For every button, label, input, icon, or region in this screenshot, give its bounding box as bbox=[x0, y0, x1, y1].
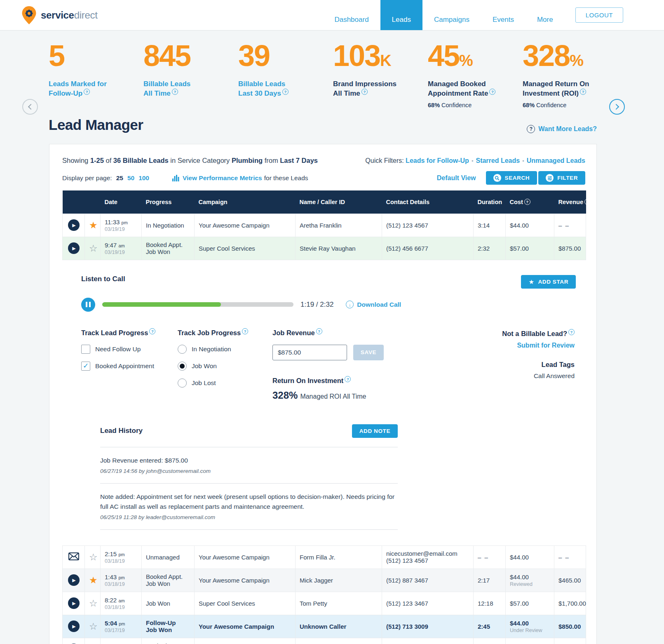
logout-button[interactable]: LOGOUT bbox=[575, 7, 623, 23]
email-icon[interactable] bbox=[68, 552, 79, 560]
nav-item-more[interactable]: More bbox=[526, 0, 565, 30]
table-row[interactable]: ▶ ☆ 8:22 am03/18/19 Job Won Super Cool S… bbox=[63, 592, 586, 615]
filter-leads-for-followup[interactable]: Leads for Follow-Up bbox=[406, 157, 469, 164]
play-call-button[interactable]: ▶ bbox=[68, 597, 80, 609]
main-nav: Dashboard Leads Campaigns Events More bbox=[323, 0, 564, 30]
submit-for-review-link[interactable]: Submit for Review bbox=[502, 342, 575, 349]
col-name: Name / Caller ID bbox=[296, 190, 382, 214]
stat-leads-followup: 5 Leads Marked forFollow-Up? bbox=[49, 40, 143, 108]
search-button[interactable]: SEARCH bbox=[486, 171, 537, 185]
stat-billable-all-time: 845 Billable LeadsAll Time? bbox=[143, 40, 238, 108]
help-icon[interactable]: ? bbox=[282, 89, 289, 95]
confidence-label: 68% Confidence bbox=[523, 102, 617, 108]
bar-chart-icon bbox=[172, 175, 179, 181]
play-call-button[interactable]: ▶ bbox=[68, 219, 80, 231]
radio-job-lost[interactable]: Job Lost bbox=[178, 378, 272, 388]
filter-button[interactable]: FILTER bbox=[538, 171, 585, 185]
help-icon[interactable]: ? bbox=[149, 328, 155, 334]
page-size-25[interactable]: 25 bbox=[116, 174, 123, 182]
star-toggle[interactable]: ☆ bbox=[89, 243, 98, 254]
help-icon[interactable]: ? bbox=[242, 328, 248, 334]
stats-carousel: 5 Leads Marked forFollow-Up? 845 Billabl… bbox=[0, 31, 664, 111]
radio-selected-icon bbox=[178, 362, 187, 371]
table-row[interactable]: ▶ ☆ 10:19 am03/17/19 Booked Appt.Job Los… bbox=[63, 638, 586, 644]
job-revenue-input[interactable] bbox=[272, 345, 347, 360]
chevron-left-icon bbox=[28, 104, 34, 110]
checkbox-checked-icon: ✓ bbox=[81, 362, 90, 371]
play-call-button[interactable]: ▶ bbox=[68, 620, 80, 632]
col-duration: Duration bbox=[474, 190, 506, 214]
view-performance-metrics-link[interactable]: View Performance Metrics for these Leads bbox=[172, 174, 308, 182]
roi-value: 328%Managed ROI All Time bbox=[272, 390, 415, 401]
filter-starred-leads[interactable]: Starred Leads bbox=[476, 157, 520, 164]
nav-item-campaigns[interactable]: Campaigns bbox=[422, 0, 481, 30]
listen-to-call-heading: Listen to Call bbox=[81, 275, 125, 283]
add-star-button[interactable]: ★ADD STAR bbox=[521, 275, 576, 289]
help-icon[interactable]: ? bbox=[172, 89, 178, 95]
table-row[interactable]: ☆ 2:15 pm03/18/19 Unmanaged Your Awesome… bbox=[63, 545, 586, 569]
radio-in-negotiation[interactable]: In Negotiation bbox=[178, 345, 272, 354]
star-toggle[interactable]: ☆ bbox=[89, 598, 98, 609]
help-icon[interactable]: ? bbox=[84, 89, 90, 95]
help-icon[interactable]: ? bbox=[524, 199, 530, 205]
help-icon[interactable]: ? bbox=[345, 376, 351, 382]
help-icon[interactable]: ? bbox=[489, 89, 495, 95]
search-icon bbox=[493, 174, 501, 182]
star-toggle[interactable]: ☆ bbox=[89, 552, 98, 562]
table-row-selected[interactable]: ▶ ☆ 9:47 am03/19/19 Booked Appt.Job Won … bbox=[63, 237, 586, 260]
help-icon[interactable]: ? bbox=[580, 89, 586, 95]
help-icon[interactable]: ? bbox=[316, 328, 322, 334]
play-call-button[interactable]: ▶ bbox=[68, 242, 80, 254]
stats-prev-button[interactable] bbox=[22, 99, 38, 115]
brand-logo: servicedirect bbox=[21, 0, 98, 30]
play-call-button[interactable]: ▶ bbox=[68, 574, 80, 586]
lead-tag: Call Answered bbox=[502, 372, 575, 380]
audio-progress-fill bbox=[102, 302, 221, 307]
nav-item-events[interactable]: Events bbox=[481, 0, 526, 30]
audio-progress-bar[interactable] bbox=[102, 302, 293, 307]
confidence-label: 68% Confidence bbox=[428, 102, 523, 108]
filter-unmanaged-leads[interactable]: Unmanaged Leads bbox=[527, 157, 585, 164]
pause-button[interactable] bbox=[81, 298, 95, 312]
nav-item-leads[interactable]: Leads bbox=[380, 0, 422, 30]
filter-icon bbox=[546, 174, 554, 182]
checkbox-booked-appointment[interactable]: ✓ Booked Appointment bbox=[81, 362, 178, 371]
default-view-link[interactable]: Default View bbox=[437, 174, 476, 182]
quick-filters: Quick Filters: Leads for Follow-Up•Starr… bbox=[365, 157, 585, 165]
page-size-100[interactable]: 100 bbox=[138, 174, 149, 182]
download-call-link[interactable]: ↓ Download Call bbox=[346, 301, 401, 308]
add-note-button[interactable]: ADD NOTE bbox=[352, 424, 398, 438]
table-row[interactable]: ▶ ★ 11:33 pm03/19/19 In Negotiation Your… bbox=[63, 214, 586, 237]
stats-next-button[interactable] bbox=[609, 99, 625, 115]
leads-table-top: Date Progress Campaign Name / Caller ID … bbox=[62, 190, 586, 260]
nav-item-dashboard[interactable]: Dashboard bbox=[323, 0, 380, 30]
col-date: Date bbox=[101, 190, 142, 214]
star-toggle[interactable]: ★ bbox=[89, 575, 98, 585]
audio-time: 1:19 / 2:32 bbox=[300, 301, 333, 309]
job-revenue-section: Job Revenue? SAVE Return On Investment? … bbox=[272, 328, 415, 401]
help-icon[interactable]: ? bbox=[568, 329, 575, 335]
history-entry: Note added: Appointment set for next wee… bbox=[100, 484, 398, 530]
stat-roi: 328% Managed Return OnInvestment (ROI)? … bbox=[523, 40, 617, 108]
radio-job-won[interactable]: Job Won bbox=[178, 362, 272, 371]
history-entry: Job Revenue entered: $875.00 06/27/19 14… bbox=[100, 447, 398, 484]
page-title: Lead Manager bbox=[49, 117, 143, 133]
help-icon[interactable]: ? bbox=[361, 89, 368, 95]
star-toggle[interactable]: ☆ bbox=[89, 621, 98, 632]
table-row[interactable]: ▶ ★ 1:43 pm03/18/19 Booked Appt.Job Won … bbox=[63, 569, 586, 592]
star-toggle[interactable]: ★ bbox=[89, 220, 98, 230]
pin-gear-icon bbox=[21, 6, 37, 25]
help-icon[interactable]: ? bbox=[584, 199, 591, 205]
checkbox-need-follow-up[interactable]: Need Follow Up bbox=[81, 345, 178, 354]
question-circle-icon: ? bbox=[527, 125, 535, 133]
col-cost: Cost? bbox=[506, 190, 554, 214]
star-icon: ★ bbox=[528, 279, 534, 285]
table-header-row: Date Progress Campaign Name / Caller ID … bbox=[63, 190, 586, 214]
save-button[interactable]: SAVE bbox=[353, 345, 384, 360]
download-icon: ↓ bbox=[346, 301, 354, 308]
stat-brand-impressions: 103K Brand ImpressionsAll Time? bbox=[333, 40, 428, 108]
table-row-highlighted[interactable]: ▶ ☆ 5:04 pm03/17/19 Follow-UpJob Won You… bbox=[63, 615, 586, 638]
page-size-50[interactable]: 50 bbox=[127, 174, 134, 182]
want-more-leads-link[interactable]: ? Want More Leads? bbox=[527, 125, 597, 133]
lead-history: Lead History ADD NOTE Job Revenue entere… bbox=[100, 424, 398, 530]
